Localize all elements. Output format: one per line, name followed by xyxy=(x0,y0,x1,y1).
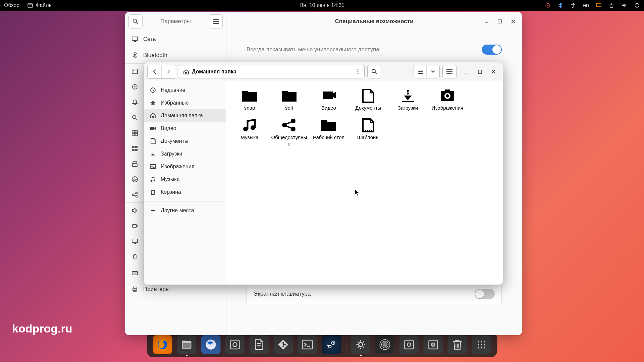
file-item[interactable]: Музыка xyxy=(230,115,269,150)
dock-settings[interactable] xyxy=(351,335,371,354)
bluetooth-tray-icon[interactable] xyxy=(557,2,564,8)
file-item[interactable]: snap xyxy=(230,85,269,114)
dock-document[interactable] xyxy=(250,335,269,354)
svg-point-85 xyxy=(481,347,482,349)
dock-app2[interactable] xyxy=(424,335,443,354)
file-item[interactable]: Видео xyxy=(309,85,348,114)
file-item[interactable]: Рабочий стол xyxy=(309,115,348,150)
screenshot-icon xyxy=(229,339,241,350)
files-minimize-button[interactable] xyxy=(461,66,473,78)
svg-rect-40 xyxy=(150,165,156,169)
dock-show-apps[interactable] xyxy=(472,335,491,354)
files-sidebar-item[interactable]: Изображения xyxy=(144,160,226,173)
path-bar[interactable]: Домашняя папка xyxy=(179,65,365,78)
dock-obs[interactable] xyxy=(375,335,395,354)
dock-screenshot[interactable] xyxy=(225,335,245,354)
svg-point-46 xyxy=(407,93,409,95)
nav-label: Принтеры xyxy=(143,286,170,293)
settings-nav-item[interactable]: Bluetooth xyxy=(125,47,226,63)
files-sidebar-item[interactable]: Избранные xyxy=(144,97,226,109)
volume-tray-icon[interactable] xyxy=(621,2,627,8)
chevron-right-icon xyxy=(167,69,171,74)
files-sidebar-item[interactable]: Видео xyxy=(144,122,226,135)
steam-icon xyxy=(326,339,338,351)
dock-terminal[interactable] xyxy=(298,335,317,354)
maximize-button[interactable] xyxy=(494,15,506,27)
files-content[interactable]: snapsoftВидеоДокументыЗагрузкиИзображени… xyxy=(226,81,503,285)
path-label: Домашняя папка xyxy=(192,69,236,75)
files-app-icon xyxy=(28,3,33,8)
list-icon xyxy=(417,69,423,74)
files-sidebar-item[interactable]: Недавние xyxy=(144,84,226,97)
dock-thunderbird[interactable] xyxy=(201,335,221,354)
accessibility-tray-icon[interactable] xyxy=(570,2,576,8)
file-item[interactable]: soft xyxy=(270,85,309,114)
file-item[interactable]: Изображения xyxy=(428,85,467,114)
folder-icon xyxy=(320,117,337,132)
files-search-button[interactable] xyxy=(367,65,381,78)
files-maximize-button[interactable] xyxy=(474,66,486,78)
sidebar-label: Загрузки xyxy=(161,151,182,157)
file-item[interactable]: Шаблоны xyxy=(349,115,388,150)
dock-git[interactable] xyxy=(274,335,293,354)
onscreen-keyboard-toggle[interactable] xyxy=(475,289,495,299)
files-sidebar-item[interactable]: Музыка xyxy=(144,173,226,186)
nav-forward-button[interactable] xyxy=(162,65,176,78)
activities-button[interactable]: Обзор xyxy=(4,2,19,8)
svg-rect-59 xyxy=(183,343,191,348)
dock-files[interactable] xyxy=(177,335,197,354)
file-item[interactable]: Общедоступные xyxy=(270,115,309,150)
app-menu-files[interactable]: Файлы xyxy=(28,2,53,8)
close-button[interactable] xyxy=(507,15,519,27)
dock-app1[interactable] xyxy=(399,335,419,354)
record-icon[interactable] xyxy=(545,2,551,8)
path-menu-button[interactable] xyxy=(351,65,364,78)
star-icon xyxy=(150,100,156,106)
files-close-button[interactable] xyxy=(487,66,499,78)
nav-back-button[interactable] xyxy=(148,65,162,78)
always-show-toggle[interactable] xyxy=(482,45,502,55)
files-headerbar: Домашняя папка xyxy=(144,62,503,81)
settings-menu-button[interactable] xyxy=(209,14,223,28)
sidebar-label: Недавние xyxy=(161,87,185,93)
music-folder-icon xyxy=(241,117,258,132)
dock-steam[interactable] xyxy=(322,335,341,354)
settings-page-title: Специальные возможности xyxy=(335,18,413,25)
svg-text:@: @ xyxy=(133,177,137,181)
template-folder-icon xyxy=(360,117,377,132)
trash-icon xyxy=(452,339,463,350)
file-item[interactable]: Загрузки xyxy=(388,85,427,114)
network-tray-icon[interactable] xyxy=(608,2,614,8)
mouse-icon xyxy=(132,254,138,260)
svg-point-34 xyxy=(357,71,358,72)
firefox-icon xyxy=(156,338,169,351)
settings-search-button[interactable] xyxy=(128,14,143,28)
files-sidebar-item[interactable]: Другие места xyxy=(144,204,226,217)
list-view-button[interactable] xyxy=(414,65,427,78)
file-item[interactable]: Документы xyxy=(349,85,388,114)
svg-point-42 xyxy=(151,180,152,182)
settings-nav-item[interactable]: Сеть xyxy=(125,31,226,47)
power-tray-icon[interactable] xyxy=(634,2,640,8)
view-dropdown-button[interactable] xyxy=(427,65,439,78)
svg-rect-9 xyxy=(132,69,138,74)
files-sidebar-item[interactable]: Домашняя папка xyxy=(144,109,226,122)
display-icon xyxy=(132,36,138,42)
clock[interactable]: Пн, 10 июля 14:35 xyxy=(300,2,345,8)
files-hamburger-button[interactable] xyxy=(442,65,457,78)
onscreen-keyboard-card: Экранная клавиатура xyxy=(247,283,502,305)
input-source[interactable]: en xyxy=(583,2,589,8)
download-icon xyxy=(150,151,156,157)
files-sidebar-item[interactable]: Загрузки xyxy=(144,147,226,160)
files-sidebar-item[interactable]: Документы xyxy=(144,135,226,147)
files-sidebar[interactable]: НедавниеИзбранныеДомашняя папкаВидеоДоку… xyxy=(144,81,226,285)
dock-trash[interactable] xyxy=(448,335,467,354)
svg-rect-29 xyxy=(132,239,138,243)
dock-firefox[interactable] xyxy=(153,335,172,354)
files-sidebar-item[interactable]: Корзина xyxy=(144,186,226,198)
screen-icon[interactable] xyxy=(596,2,602,8)
minimize-button[interactable] xyxy=(480,15,492,27)
app-menu-label: Файлы xyxy=(36,2,53,8)
thunderbird-icon xyxy=(205,338,217,351)
svg-point-43 xyxy=(154,180,155,181)
